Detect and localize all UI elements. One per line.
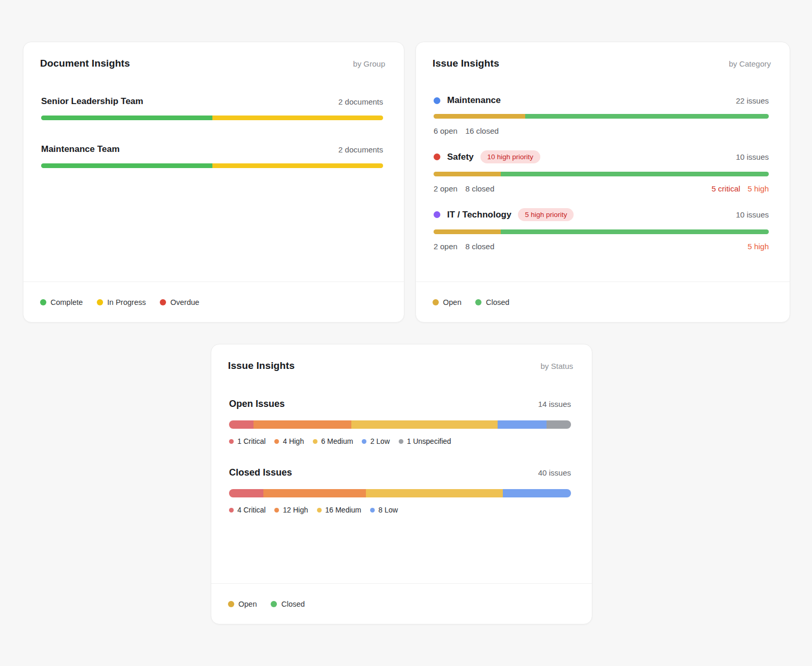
- priority-stacked-bar[interactable]: [229, 489, 571, 497]
- category-name: IT / Technology: [447, 210, 511, 220]
- high-priority-badge: 10 high priority: [480, 150, 540, 163]
- priority-legend: 1 Critical 4 High 6 Medium 2 Low 1 Unspe…: [229, 437, 571, 445]
- open-count: 6 open: [434, 126, 458, 135]
- status-row-open: Open Issues 14 issues 1 Critical 4 High …: [229, 399, 571, 445]
- priority-stacked-bar[interactable]: [229, 420, 571, 429]
- category-name: Maintenance: [447, 95, 501, 106]
- it-category-dot-icon: [434, 211, 440, 218]
- open-closed-bar[interactable]: [434, 229, 769, 234]
- legend-item-overdue: Overdue: [160, 298, 199, 306]
- card-legend: Open Closed: [416, 281, 790, 322]
- closed-count: 16 closed: [465, 126, 499, 135]
- status-row-closed: Closed Issues 40 issues 4 Critical 12 Hi…: [229, 467, 571, 514]
- bar-segment: [434, 114, 525, 119]
- legend-label: In Progress: [107, 298, 146, 306]
- card-subtitle-by-status: by Status: [540, 362, 573, 370]
- category-row-it-technology: IT / Technology 5 high priority 10 issue…: [434, 208, 769, 251]
- legend-label: 1 Critical: [237, 437, 265, 445]
- legend-item-high: 4 High: [274, 437, 303, 445]
- legend-label: 4 Critical: [237, 506, 265, 514]
- group-name: Senior Leadership Team: [41, 96, 143, 107]
- overdue-dot-icon: [160, 299, 166, 305]
- legend-label: 8 Low: [378, 506, 398, 514]
- legend-label: 4 High: [283, 437, 303, 445]
- legend-item-high: 12 High: [274, 506, 308, 514]
- low-dot-icon: [370, 508, 375, 513]
- legend-label: Overdue: [170, 298, 199, 306]
- bar-segment: [501, 229, 769, 234]
- group-row-senior-leadership: Senior Leadership Team 2 documents: [41, 96, 383, 120]
- open-closed-bar[interactable]: [434, 172, 769, 176]
- open-closed-bar[interactable]: [434, 114, 769, 119]
- legend-item-complete: Complete: [40, 298, 83, 306]
- bar-segment: [212, 163, 384, 168]
- bar-segment: [41, 116, 212, 120]
- card-body: Senior Leadership Team 2 documents Maint…: [23, 69, 404, 281]
- bar-segment: [501, 172, 769, 176]
- bar-segment: [366, 489, 503, 497]
- bar-segment: [41, 163, 212, 168]
- legend-item-closed: Closed: [271, 600, 304, 608]
- document-status-bar[interactable]: [41, 116, 383, 120]
- bar-segment: [351, 420, 498, 429]
- legend-label: 6 Medium: [321, 437, 353, 445]
- open-dot-icon: [433, 299, 439, 305]
- card-subtitle-by-group: by Group: [353, 59, 385, 68]
- category-row-safety: Safety 10 high priority 10 issues 2 open…: [434, 150, 769, 193]
- open-count: 2 open: [434, 184, 458, 193]
- legend-item-medium: 6 Medium: [313, 437, 353, 445]
- legend-item-unspecified: 1 Unspecified: [399, 437, 451, 445]
- high-count: 5 high: [747, 184, 769, 193]
- legend-label: 2 Low: [370, 437, 389, 445]
- issue-count: 10 issues: [736, 210, 769, 219]
- legend-label: Open: [443, 298, 461, 306]
- legend-item-closed: Closed: [475, 298, 509, 306]
- complete-dot-icon: [40, 299, 46, 305]
- category-row-maintenance: Maintenance 22 issues 6 open 16 closed: [434, 95, 769, 135]
- document-count: 2 documents: [338, 97, 383, 106]
- bar-segment: [434, 229, 501, 234]
- legend-label: 16 Medium: [325, 506, 361, 514]
- legend-item-in-progress: In Progress: [97, 298, 146, 306]
- status-name: Closed Issues: [229, 467, 292, 478]
- in-progress-dot-icon: [97, 299, 103, 305]
- bar-segment: [498, 420, 547, 429]
- status-name: Open Issues: [229, 399, 285, 409]
- card-title: Document Insights: [40, 58, 130, 69]
- open-dot-icon: [228, 601, 234, 607]
- high-count: 5 high: [747, 242, 769, 251]
- bar-segment: [263, 489, 366, 497]
- medium-dot-icon: [317, 508, 322, 513]
- safety-category-dot-icon: [434, 153, 440, 160]
- issue-insights-category-card: Issue Insights by Category Maintenance 2…: [415, 42, 790, 323]
- card-body: Open Issues 14 issues 1 Critical 4 High …: [211, 372, 592, 583]
- issue-insights-status-card: Issue Insights by Status Open Issues 14 …: [211, 344, 592, 624]
- legend-item-open: Open: [228, 600, 257, 608]
- critical-count: 5 critical: [712, 184, 740, 193]
- card-legend: Complete In Progress Overdue: [23, 281, 404, 322]
- issue-count: 10 issues: [736, 152, 769, 161]
- medium-dot-icon: [313, 439, 318, 444]
- issue-count: 22 issues: [736, 96, 769, 105]
- legend-label: Closed: [281, 600, 304, 608]
- legend-item-open: Open: [433, 298, 461, 306]
- legend-item-low: 8 Low: [370, 506, 398, 514]
- bar-segment: [503, 489, 571, 497]
- group-row-maintenance-team: Maintenance Team 2 documents: [41, 144, 383, 168]
- high-dot-icon: [274, 508, 279, 513]
- unspecified-dot-icon: [399, 439, 403, 444]
- document-insights-card: Document Insights by Group Senior Leader…: [23, 42, 404, 323]
- group-name: Maintenance Team: [41, 144, 120, 155]
- high-priority-badge: 5 high priority: [518, 208, 574, 221]
- low-dot-icon: [362, 439, 366, 444]
- legend-item-low: 2 Low: [362, 437, 389, 445]
- high-dot-icon: [274, 439, 279, 444]
- closed-dot-icon: [475, 299, 481, 305]
- bar-segment: [434, 172, 501, 176]
- document-status-bar[interactable]: [41, 163, 383, 168]
- legend-label: Complete: [50, 298, 83, 306]
- card-header: Issue Insights by Category: [416, 42, 790, 69]
- card-header: Document Insights by Group: [23, 42, 404, 69]
- card-title: Issue Insights: [228, 360, 295, 372]
- closed-count: 8 closed: [465, 242, 494, 251]
